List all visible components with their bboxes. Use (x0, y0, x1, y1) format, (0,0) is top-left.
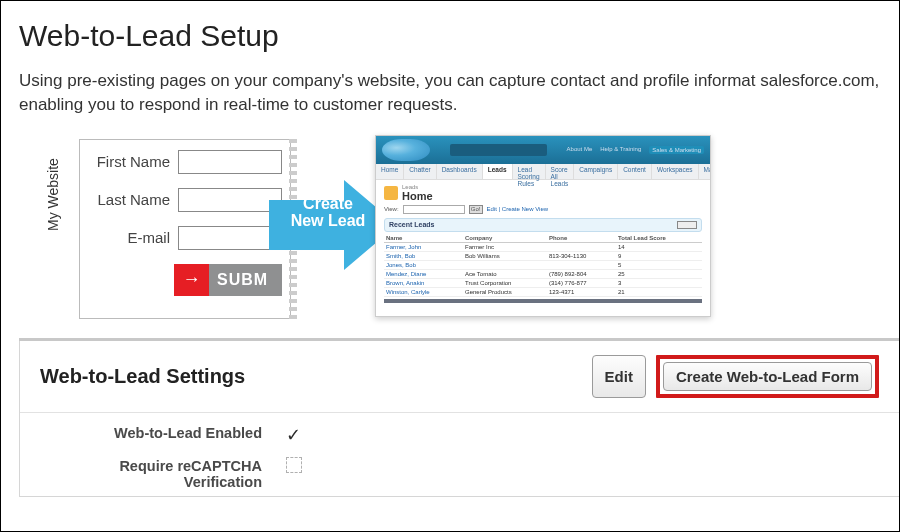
create-lead-arrow-text: Create New Lead (283, 195, 373, 230)
settings-title: Web-to-Lead Settings (40, 365, 245, 388)
sf-tab: Lead Scoring Rules (513, 164, 546, 179)
create-web-to-lead-form-button[interactable]: Create Web-to-Lead Form (663, 362, 872, 391)
intro-text: Using pre-existing pages on your company… (19, 69, 899, 117)
web-to-lead-enabled-label: Web-to-Lead Enabled (40, 423, 286, 441)
edit-button[interactable]: Edit (592, 355, 646, 398)
submit-arrow-icon: → (174, 264, 209, 296)
sf-tab: Marketing (699, 164, 711, 179)
salesforce-screenshot-mock: About Me Help & Training Sales & Marketi… (375, 135, 711, 317)
sf-tab: Campaigns (574, 164, 618, 179)
my-website-label: My Website (45, 158, 61, 231)
sf-tab: Content (618, 164, 652, 179)
sf-tab: Leads (483, 164, 513, 179)
sf-tab: Dashboards (437, 164, 483, 179)
sf-top-links: About Me Help & Training Sales & Marketi… (567, 146, 704, 154)
email-input-mock (178, 226, 282, 250)
web-form-mock: First Name Last Name E-mail → SUBM (79, 139, 291, 319)
sf-tab: Chatter (404, 164, 436, 179)
illustration: My Website First Name Last Name E-mail →… (19, 135, 899, 330)
first-name-label: First Name (88, 153, 178, 170)
unchecked-box-icon (286, 457, 302, 473)
require-recaptcha-label: Require reCAPTCHA Verification (40, 456, 286, 490)
sf-tab: Score All Leads (546, 164, 575, 179)
page-title: Web-to-Lead Setup (19, 19, 899, 53)
checkmark-icon: ✓ (286, 425, 301, 445)
last-name-input-mock (178, 188, 282, 212)
settings-panel: Web-to-Lead Settings Edit Create Web-to-… (19, 341, 900, 497)
highlight-box: Create Web-to-Lead Form (656, 355, 879, 398)
first-name-input-mock (178, 150, 282, 174)
email-label: E-mail (88, 229, 178, 246)
salesforce-logo-icon (382, 139, 430, 161)
lead-cube-icon (384, 186, 398, 200)
last-name-label: Last Name (88, 191, 178, 208)
sf-search-mock (450, 144, 547, 156)
sf-tab: Home (376, 164, 404, 179)
sf-tab: Workspaces (652, 164, 699, 179)
